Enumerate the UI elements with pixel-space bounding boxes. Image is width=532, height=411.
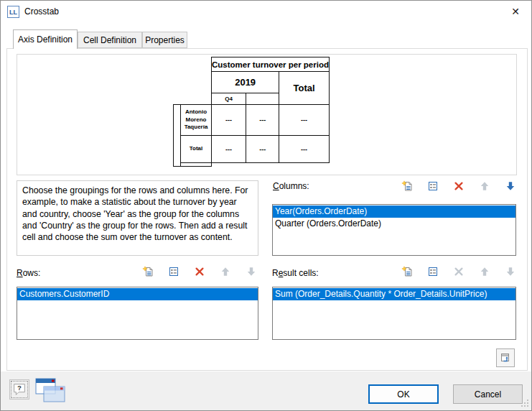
preview-resize-button[interactable] [496, 348, 515, 367]
preview-year-cell: 2019 [212, 72, 279, 93]
new-item-icon [401, 180, 413, 192]
rows-delete-button[interactable] [194, 266, 205, 277]
resize-grip[interactable] [519, 397, 531, 409]
columns-new-button[interactable] [401, 180, 413, 192]
preview-empty-quarter-cell [246, 93, 279, 105]
columns-move-down-button[interactable] [505, 180, 516, 192]
edit-properties-icon [168, 266, 179, 277]
columns-list[interactable]: Year(Orders.OrderDate) Quarter (Orders.O… [272, 204, 516, 256]
result-cells-move-down-button[interactable] [505, 266, 516, 277]
columns-move-up-button[interactable] [479, 180, 490, 192]
up-arrow-icon [479, 266, 490, 277]
edit-properties-icon [427, 266, 439, 277]
down-arrow-icon [505, 266, 516, 277]
rows-move-down-button[interactable] [246, 266, 257, 277]
result-cells-delete-button[interactable] [453, 266, 465, 277]
close-button[interactable]: ✕ [502, 2, 529, 21]
result-cells-list-item[interactable]: Sum (Order_Details.Quantity * Order_Deta… [273, 288, 515, 300]
delete-x-icon [453, 180, 465, 192]
columns-delete-button[interactable] [453, 180, 465, 192]
tab-label: Cell Definition [83, 35, 136, 45]
tab-strip: Axis Definition Cell Definition Properti… [13, 29, 187, 48]
ok-button[interactable]: OK [368, 384, 439, 404]
footer-bar [1, 371, 531, 411]
new-item-icon [142, 266, 154, 277]
cancel-button[interactable]: Cancel [453, 384, 523, 404]
delete-x-icon [194, 266, 205, 277]
svg-text:?: ? [17, 384, 22, 392]
app-logo-icon: LL [7, 6, 19, 18]
resize-preview-icon [500, 352, 511, 364]
crosstab-preview: Customer turnover per period 2019 Total … [17, 54, 517, 175]
rows-label: Rows: [17, 268, 40, 278]
window-title: Crosstab [24, 6, 59, 17]
columns-list-item[interactable]: Year(Orders.OrderDate) [273, 206, 515, 218]
columns-edit-button[interactable] [427, 180, 439, 192]
tab-properties[interactable]: Properties [142, 32, 187, 48]
crosstab-preview-table: Customer turnover per period 2019 Total … [173, 57, 330, 167]
rows-toolbar [142, 266, 257, 277]
help-button[interactable]: ? [9, 379, 29, 400]
down-arrow-icon [246, 266, 257, 277]
preview-total-row-cell: Total [181, 136, 212, 163]
columns-toolbar [401, 180, 516, 192]
rows-list-item[interactable]: Customers.CustomerID [17, 288, 258, 300]
crosstab-dialog: LL Crosstab ✕ Axis Definition Cell Defin… [0, 0, 532, 411]
preview-title-cell: Customer turnover per period [212, 57, 330, 72]
preview-total-column-cell: Total [279, 72, 330, 105]
title-bar: LL Crosstab ✕ [1, 1, 531, 22]
description-box: Choose the groupings for the rows and co… [17, 180, 258, 256]
rows-move-up-button[interactable] [220, 266, 231, 277]
rows-edit-button[interactable] [168, 266, 179, 277]
preview-data-cell: --- [279, 136, 330, 163]
preview-data-cell: --- [279, 105, 330, 136]
columns-label: Columns: [273, 181, 309, 191]
rows-list[interactable]: Customers.CustomerID [17, 287, 258, 340]
preview-quarter-cell: Q4 [212, 93, 246, 105]
preview-data-cell: --- [212, 136, 246, 163]
result-cells-new-button[interactable] [401, 266, 413, 277]
preview-row-label-cell: Antonio Moreno Taquería [181, 105, 212, 136]
preview-data-cell: --- [212, 105, 246, 136]
stacked-windows-icon [34, 375, 67, 405]
result-cells-list[interactable]: Sum (Order_Details.Quantity * Order_Deta… [272, 287, 516, 340]
preview-data-cell: --- [246, 105, 279, 136]
preview-group-strip [174, 105, 181, 167]
tab-label: Properties [145, 35, 185, 45]
result-cells-toolbar [401, 266, 516, 277]
result-cells-edit-button[interactable] [427, 266, 439, 277]
preview-data-cell: --- [246, 136, 279, 163]
columns-list-item[interactable]: Quarter (Orders.OrderDate) [273, 218, 515, 230]
result-cells-label: Result cells: [272, 268, 319, 278]
up-arrow-icon [479, 180, 490, 192]
delete-x-icon [453, 266, 465, 277]
window-layout-button[interactable] [34, 375, 67, 405]
new-item-icon [401, 266, 413, 277]
up-arrow-icon [220, 266, 231, 277]
down-arrow-icon [505, 180, 516, 192]
tab-axis-definition[interactable]: Axis Definition [13, 29, 78, 49]
edit-properties-icon [427, 180, 439, 192]
help-bubble-icon: ? [11, 382, 27, 397]
result-cells-move-up-button[interactable] [479, 266, 490, 277]
tab-label: Axis Definition [18, 34, 73, 45]
preview-footer-strip [181, 163, 212, 167]
tab-cell-definition[interactable]: Cell Definition [78, 32, 142, 48]
rows-new-button[interactable] [142, 266, 154, 277]
